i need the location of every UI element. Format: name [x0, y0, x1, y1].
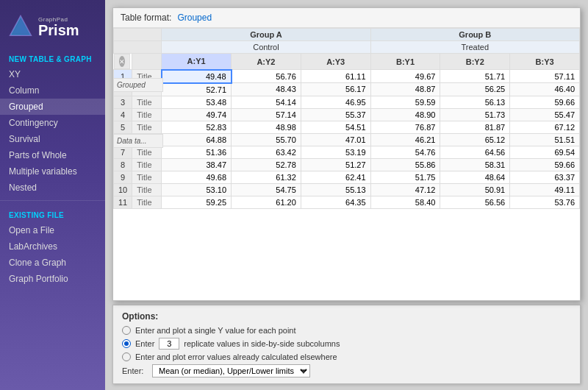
cell-ay3[interactable]: 51.27	[301, 158, 370, 171]
cell-by2[interactable]: 64.56	[440, 146, 510, 158]
cell-ay2[interactable]: 56.76	[232, 70, 301, 83]
cell-ay2[interactable]: 61.32	[232, 171, 301, 183]
sidebar-item-contingency[interactable]: Contingency	[0, 115, 105, 131]
option-3-label: Enter and plot error values already calc…	[135, 352, 337, 361]
row-title: Title	[132, 121, 162, 133]
cell-ay1[interactable]: 38.47	[162, 158, 232, 171]
cell-ay3[interactable]: 64.35	[301, 196, 370, 208]
cell-by2[interactable]: 51.71	[440, 70, 510, 83]
cell-ay1[interactable]: 53.10	[162, 183, 232, 196]
cell-ay3[interactable]: 46.95	[301, 96, 370, 108]
cell-ay3[interactable]: 61.11	[301, 70, 370, 83]
row-num: 4	[114, 108, 132, 121]
row-title: Title	[132, 196, 162, 208]
cell-by2[interactable]: 56.13	[440, 96, 510, 108]
cell-by2[interactable]: 51.73	[440, 108, 510, 121]
cell-by3[interactable]: 59.66	[510, 158, 580, 171]
cell-by3[interactable]: 63.37	[510, 171, 580, 183]
cell-ay3[interactable]: 62.41	[301, 171, 370, 183]
cell-ay1[interactable]: 64.88	[162, 133, 232, 146]
cell-ay2[interactable]: 54.14	[232, 96, 301, 108]
cell-by1[interactable]: 59.59	[370, 96, 440, 108]
cell-by1[interactable]: 48.87	[370, 83, 440, 96]
cell-by2[interactable]: 50.91	[440, 183, 510, 196]
cell-by1[interactable]: 49.67	[370, 70, 440, 83]
cell-ay2[interactable]: 52.78	[232, 158, 301, 171]
cell-by3[interactable]: 51.51	[510, 133, 580, 146]
table-format-header: Table format: Grouped	[113, 8, 580, 28]
cell-ay2[interactable]: 48.43	[232, 83, 301, 96]
cell-ay3[interactable]: 53.19	[301, 146, 370, 158]
prism-logo-icon	[9, 15, 32, 38]
cell-ay1[interactable]: 52.71	[162, 83, 232, 96]
cell-ay3[interactable]: 55.13	[301, 183, 370, 196]
cell-ay3[interactable]: 54.51	[301, 121, 370, 133]
table-panel: Table format: Grouped Group A Group B Co…	[112, 7, 581, 301]
cell-ay1[interactable]: 49.68	[162, 171, 232, 183]
sidebar-item-open-file[interactable]: Open a File	[0, 222, 105, 238]
cell-by2[interactable]: 58.31	[440, 158, 510, 171]
cell-by1[interactable]: 51.75	[370, 171, 440, 183]
cell-ay1[interactable]: 52.83	[162, 121, 232, 133]
sidebar-item-grouped[interactable]: Grouped	[0, 99, 105, 115]
cell-by2[interactable]: 56.25	[440, 83, 510, 96]
sidebar-item-labarchives[interactable]: LabArchives	[0, 238, 105, 255]
cell-ay3[interactable]: 56.17	[301, 83, 370, 96]
cell-by3[interactable]: 57.11	[510, 70, 580, 83]
cell-ay2[interactable]: 54.75	[232, 183, 301, 196]
cell-ay2[interactable]: 63.42	[232, 146, 301, 158]
cell-by3[interactable]: 67.12	[510, 121, 580, 133]
cell-ay1[interactable]: 49.74	[162, 108, 232, 121]
cell-by1[interactable]: 48.90	[370, 108, 440, 121]
cell-ay1[interactable]: 53.48	[162, 96, 232, 108]
row-title: Title	[132, 133, 162, 146]
cell-by3[interactable]: 59.66	[510, 96, 580, 108]
cell-by1[interactable]: 58.40	[370, 196, 440, 208]
cell-by2[interactable]: 81.87	[440, 121, 510, 133]
cell-by1[interactable]: 47.12	[370, 183, 440, 196]
sidebar-item-xy[interactable]: XY	[0, 66, 105, 82]
radio-single-y[interactable]	[122, 326, 131, 335]
col-by2: B:Y2	[440, 54, 510, 70]
row-title: Title	[132, 146, 162, 158]
clear-button[interactable]: ✕	[119, 56, 125, 67]
cell-by3[interactable]: 53.76	[510, 196, 580, 208]
sidebar-item-column[interactable]: Column	[0, 82, 105, 99]
cell-by1[interactable]: 54.76	[370, 146, 440, 158]
cell-by3[interactable]: 49.11	[510, 183, 580, 196]
row-num: 10	[114, 183, 132, 196]
cell-by3[interactable]: 46.40	[510, 83, 580, 96]
sidebar-item-nested[interactable]: Nested	[0, 180, 105, 196]
cell-by1[interactable]: 55.86	[370, 158, 440, 171]
cell-ay1[interactable]: 49.48	[162, 70, 232, 83]
cell-ay2[interactable]: 57.14	[232, 108, 301, 121]
cell-by2[interactable]: 48.64	[440, 171, 510, 183]
cell-by3[interactable]: 55.47	[510, 108, 580, 121]
sidebar-item-parts-of-whole[interactable]: Parts of Whole	[0, 147, 105, 163]
cell-ay1[interactable]: 59.25	[162, 196, 232, 208]
sidebar-item-multiple-variables[interactable]: Multiple variables	[0, 163, 105, 180]
table-format-value[interactable]: Grouped	[177, 13, 212, 23]
cell-ay2[interactable]: 61.20	[232, 196, 301, 208]
cell-ay2[interactable]: 48.98	[232, 121, 301, 133]
data-table-wrapper[interactable]: Group A Group B Control Treated ✕ A:Y1	[113, 28, 580, 297]
sidebar-item-survival[interactable]: Survival	[0, 131, 105, 147]
radio-error-values[interactable]	[122, 352, 131, 361]
replicate-count-input[interactable]	[159, 338, 179, 350]
row-num: 2	[114, 83, 132, 96]
cell-ay1[interactable]: 51.36	[162, 146, 232, 158]
cell-by1[interactable]: 46.21	[370, 133, 440, 146]
sidebar-item-clone-graph[interactable]: Clone a Graph	[0, 255, 105, 271]
radio-replicate[interactable]	[122, 339, 131, 348]
sidebar-item-graph-portfolio[interactable]: Graph Portfolio	[0, 271, 105, 287]
cell-by2[interactable]: 65.12	[440, 133, 510, 146]
cell-ay2[interactable]: 55.70	[232, 133, 301, 146]
enter-select[interactable]: Mean (or median), Upper/Lower limits	[152, 364, 310, 377]
cell-ay3[interactable]: 47.01	[301, 133, 370, 146]
cell-by1[interactable]: 76.87	[370, 121, 440, 133]
cell-by3[interactable]: 69.54	[510, 146, 580, 158]
row-num: 9	[114, 171, 132, 183]
cell-ay3[interactable]: 55.37	[301, 108, 370, 121]
cell-by2[interactable]: 56.56	[440, 196, 510, 208]
col-ay1: A:Y1	[162, 54, 232, 70]
